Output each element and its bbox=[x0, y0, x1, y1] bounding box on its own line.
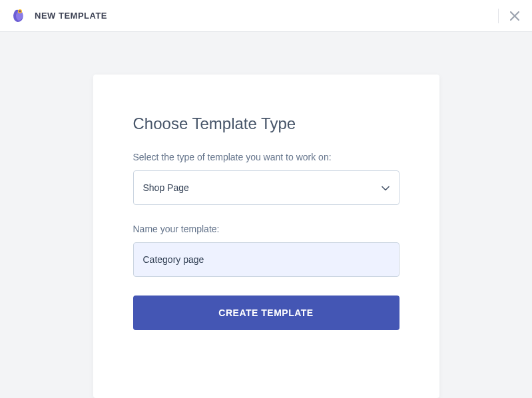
close-button[interactable] bbox=[508, 9, 521, 23]
header: NEW TEMPLATE bbox=[0, 0, 532, 32]
template-name-input[interactable] bbox=[133, 242, 399, 277]
close-icon bbox=[510, 11, 519, 21]
header-divider bbox=[498, 9, 499, 23]
header-right bbox=[498, 9, 521, 23]
card-title: Choose Template Type bbox=[133, 114, 399, 133]
template-card: Choose Template Type Select the type of … bbox=[93, 75, 439, 398]
chevron-down-icon bbox=[382, 182, 390, 193]
template-type-select-wrapper: Shop Page bbox=[133, 170, 399, 205]
main: Choose Template Type Select the type of … bbox=[0, 32, 532, 398]
create-template-button[interactable]: CREATE TEMPLATE bbox=[133, 296, 399, 330]
header-left: NEW TEMPLATE bbox=[11, 7, 107, 25]
svg-point-1 bbox=[19, 10, 21, 12]
header-title: NEW TEMPLATE bbox=[35, 11, 107, 21]
template-type-select[interactable]: Shop Page bbox=[133, 170, 399, 205]
template-name-label: Name your template: bbox=[133, 224, 399, 234]
template-type-value: Shop Page bbox=[143, 182, 189, 193]
template-type-label: Select the type of template you want to … bbox=[133, 152, 399, 162]
app-logo-icon bbox=[11, 7, 28, 25]
